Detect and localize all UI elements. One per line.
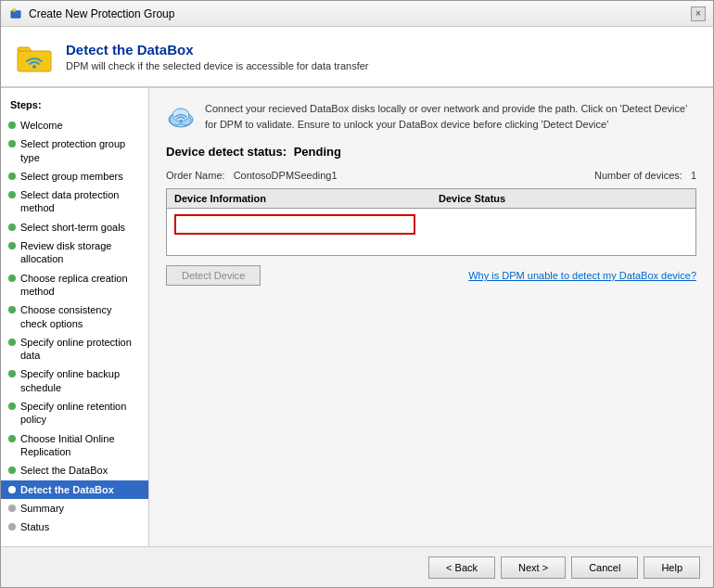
- sidebar-step-item[interactable]: Select data protection method: [1, 185, 148, 218]
- step-label: Specify online protection data: [20, 336, 141, 363]
- sidebar-step-item[interactable]: Detect the DataBox: [1, 480, 148, 499]
- sidebar-step-item[interactable]: Choose replica creation method: [1, 269, 148, 301]
- svg-rect-0: [11, 10, 21, 18]
- content-area: Connect your recieved DataBox disks loca…: [149, 88, 713, 546]
- step-dot-icon: [8, 403, 16, 410]
- page-description: DPM will check if the selected device is…: [66, 60, 368, 71]
- sidebar-step-item[interactable]: Select short-term goals: [1, 218, 148, 236]
- main-content: Steps: WelcomeSelect protection group ty…: [1, 88, 713, 546]
- svg-rect-1: [13, 8, 17, 11]
- step-dot-icon: [8, 242, 16, 249]
- step-label: Summary: [20, 502, 64, 515]
- step-label: Status: [20, 520, 49, 533]
- sidebar: Steps: WelcomeSelect protection group ty…: [1, 88, 149, 546]
- table-body: [167, 209, 695, 255]
- step-label: Specify online backup schedule: [20, 367, 141, 394]
- col-device-status: Device Status: [431, 189, 695, 208]
- sidebar-step-item[interactable]: Choose Initial Online Replication: [1, 429, 148, 462]
- window-title: Create New Protection Group: [29, 7, 174, 20]
- titlebar: Create New Protection Group ×: [1, 1, 713, 27]
- cancel-button[interactable]: Cancel: [571, 556, 638, 579]
- help-link[interactable]: Why is DPM unable to detect my DataBox d…: [468, 270, 696, 281]
- step-label: Specify online retention policy: [20, 400, 141, 427]
- step-dot-icon: [8, 486, 16, 493]
- sidebar-step-item[interactable]: Specify online backup schedule: [1, 364, 148, 397]
- page-title: Detect the DataBox: [66, 42, 368, 58]
- cloud-icon: [166, 101, 196, 131]
- table-actions: Detect Device Why is DPM unable to detec…: [166, 265, 696, 286]
- sidebar-step-item[interactable]: Specify online retention policy: [1, 397, 148, 429]
- sidebar-step-item[interactable]: Welcome: [1, 116, 148, 134]
- step-dot-icon: [8, 370, 16, 377]
- devices-value: 1: [691, 170, 696, 181]
- table-header: Device Information Device Status: [167, 189, 695, 209]
- svg-point-8: [180, 120, 183, 122]
- sidebar-step-item[interactable]: Select the DataBox: [1, 461, 148, 479]
- back-button[interactable]: < Back: [428, 556, 495, 579]
- steps-label: Steps:: [1, 96, 148, 116]
- step-dot-icon: [8, 140, 16, 147]
- window-icon: [8, 6, 23, 21]
- info-banner: Connect your recieved DataBox disks loca…: [166, 101, 696, 132]
- col-device-info: Device Information: [167, 189, 431, 208]
- device-table: Device Information Device Status: [166, 188, 696, 256]
- step-dot-icon: [8, 306, 16, 313]
- detect-status-label: Device detect status: Pending: [166, 145, 341, 159]
- page-header: Detect the DataBox DPM will check if the…: [1, 27, 713, 88]
- step-label: Choose consistency check options: [20, 303, 141, 330]
- step-label: Select group members: [20, 170, 123, 183]
- sidebar-step-item[interactable]: Summary: [1, 499, 148, 518]
- order-name-value: ContosoDPMSeeding1: [234, 170, 338, 181]
- step-dot-icon: [8, 523, 16, 530]
- step-label: Select short-term goals: [20, 221, 125, 234]
- sidebar-step-item[interactable]: Specify online protection data: [1, 333, 148, 365]
- step-dot-icon: [8, 435, 16, 442]
- header-icon: [16, 38, 53, 75]
- order-name: Order Name: ContosoDPMSeeding1: [166, 170, 338, 181]
- step-label: Select the DataBox: [20, 464, 108, 477]
- info-text: Connect your recieved DataBox disks loca…: [205, 101, 696, 132]
- sidebar-step-item[interactable]: Status: [1, 518, 148, 536]
- footer: < Back Next > Cancel Help: [1, 546, 713, 587]
- sidebar-step-item[interactable]: Choose consistency check options: [1, 300, 148, 333]
- next-button[interactable]: Next >: [501, 556, 566, 579]
- step-dot-icon: [8, 467, 16, 474]
- step-label: Detect the DataBox: [20, 483, 114, 496]
- step-label: Select data protection method: [20, 188, 141, 215]
- detect-device-button[interactable]: Detect Device: [166, 265, 261, 286]
- step-label: Choose replica creation method: [20, 272, 141, 299]
- detect-status-value: Pending: [294, 145, 341, 159]
- step-label: Review disk storage allocation: [20, 239, 141, 266]
- step-dot-icon: [8, 505, 16, 512]
- step-dot-icon: [8, 339, 16, 346]
- step-dot-icon: [8, 121, 16, 129]
- step-dot-icon: [8, 191, 16, 198]
- device-input[interactable]: [174, 214, 415, 235]
- step-dot-icon: [8, 173, 16, 180]
- sidebar-step-item[interactable]: Select group members: [1, 167, 148, 185]
- step-label: Select protection group type: [20, 137, 141, 164]
- svg-point-3: [32, 65, 36, 69]
- sidebar-step-item[interactable]: Select protection group type: [1, 134, 148, 167]
- detect-status: Device detect status: Pending: [166, 145, 696, 159]
- titlebar-left: Create New Protection Group: [8, 6, 174, 21]
- sidebar-step-item[interactable]: Review disk storage allocation: [1, 236, 148, 269]
- close-button[interactable]: ×: [691, 6, 706, 21]
- num-devices: Number of devices: 1: [594, 170, 696, 181]
- help-button[interactable]: Help: [644, 556, 700, 579]
- main-window: Create New Protection Group × Detect the…: [0, 0, 714, 588]
- header-text: Detect the DataBox DPM will check if the…: [66, 42, 368, 71]
- step-dot-icon: [8, 275, 16, 282]
- order-info: Order Name: ContosoDPMSeeding1 Number of…: [166, 170, 696, 181]
- step-dot-icon: [8, 224, 16, 231]
- step-label: Welcome: [20, 119, 63, 132]
- step-label: Choose Initial Online Replication: [20, 432, 141, 459]
